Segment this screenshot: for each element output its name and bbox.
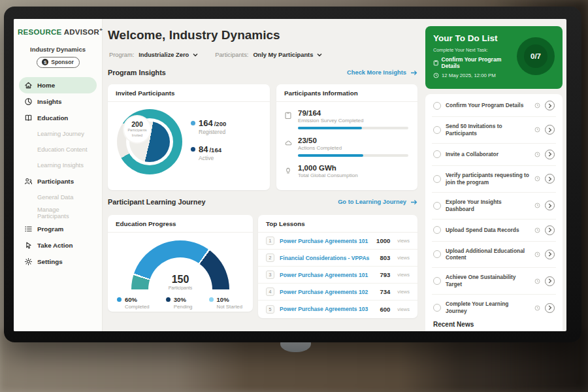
task-checkbox[interactable] bbox=[433, 277, 441, 285]
task-row-upload-spend-data[interactable]: Upload Spend Data Records bbox=[432, 220, 556, 242]
todo-subtitle: Complete Your Next Task: bbox=[433, 47, 517, 53]
task-row-upload-educational-content[interactable]: Upload Additional Educational Content bbox=[432, 242, 556, 269]
chevron-right-icon[interactable] bbox=[545, 303, 555, 313]
clock-icon bbox=[534, 252, 540, 257]
task-row-confirm-program-details[interactable]: Confirm Your Program Details bbox=[432, 95, 556, 117]
actions-progressbar bbox=[298, 154, 408, 157]
lesson-link[interactable]: Power Purchase Agreements 103 bbox=[280, 306, 374, 312]
lesson-row: 3 Power Purchase Agreements 101 793 view… bbox=[258, 267, 417, 284]
sidebar-item-manage-participants[interactable]: Manage Participants bbox=[19, 205, 97, 221]
lesson-link[interactable]: Power Purchase Agreements 101 bbox=[280, 272, 374, 278]
invited-participants-card: Invited Participants 200 Participants In… bbox=[108, 84, 270, 190]
check-more-insights-link[interactable]: Check More Insights bbox=[347, 69, 417, 76]
task-row-invite-collaborator[interactable]: Invite a Collaborator bbox=[432, 144, 556, 166]
task-checkbox[interactable] bbox=[433, 175, 441, 183]
todo-progress-count: 0/7 bbox=[531, 52, 541, 60]
task-checkbox[interactable] bbox=[433, 304, 441, 312]
recent-news-card: Recent News bbox=[425, 314, 563, 331]
task-checkbox[interactable] bbox=[433, 150, 441, 158]
sidebar-item-participants[interactable]: Participants bbox=[19, 173, 97, 189]
sidebar-item-settings[interactable]: Settings bbox=[19, 253, 97, 270]
list-icon bbox=[24, 225, 33, 233]
chevron-right-icon[interactable] bbox=[545, 150, 555, 159]
task-checkbox[interactable] bbox=[433, 202, 441, 210]
arrow-right-icon bbox=[410, 70, 417, 76]
sidebar-item-label: Learning Insights bbox=[37, 162, 84, 169]
app-logo: RESOURCE ADVISOR+ bbox=[18, 27, 98, 36]
invited-donut-chart: 200 Participants Invited bbox=[117, 109, 182, 174]
filter-bar: Program: Industrialize Zero Participants… bbox=[109, 52, 322, 58]
sidebar-item-label: Insights bbox=[37, 98, 62, 105]
sidebar-item-label: Home bbox=[37, 82, 55, 89]
cloud-icon bbox=[284, 137, 293, 157]
card-title: Top Lessons bbox=[258, 215, 417, 233]
photo-background: RESOURCE ADVISOR+ Industry Dynamics S Sp… bbox=[0, 0, 588, 392]
chevron-down-icon bbox=[193, 53, 198, 57]
todo-due-date: 12 May 2025, 12:00 PM bbox=[433, 73, 517, 78]
chevron-right-icon[interactable] bbox=[545, 276, 555, 286]
chevron-right-icon[interactable] bbox=[545, 250, 555, 259]
sidebar-item-education[interactable]: Education bbox=[19, 110, 97, 126]
sidebar-item-education-content[interactable]: Education Content bbox=[19, 142, 97, 157]
sponsor-badge-label: Sponsor bbox=[51, 59, 73, 65]
sidebar-item-label: Participants bbox=[37, 178, 74, 185]
lesson-row: 4 Power Purchase Agreements 102 734 view… bbox=[258, 284, 417, 301]
task-row-achieve-sustainability-target[interactable]: Achieve One Sustainability Target bbox=[432, 268, 556, 295]
lesson-link[interactable]: Power Purchase Agreements 101 bbox=[280, 238, 371, 244]
chevron-right-icon[interactable] bbox=[545, 225, 555, 235]
gauge-center: 150 Participants bbox=[131, 274, 229, 290]
chevron-right-icon[interactable] bbox=[545, 125, 555, 135]
sidebar-item-home[interactable]: Home bbox=[19, 77, 97, 93]
task-checkbox[interactable] bbox=[433, 226, 441, 234]
registered-dot bbox=[191, 121, 195, 125]
task-row-send-invitations[interactable]: Send 50 Invitations to Participants bbox=[432, 117, 556, 144]
participants-select[interactable]: Only My Participants bbox=[253, 52, 322, 58]
recent-news-title: Recent News bbox=[433, 321, 555, 331]
task-row-explore-insights[interactable]: Explore Your Insights Dashboard bbox=[432, 193, 556, 220]
sidebar-item-learning-journey[interactable]: Learning Journey bbox=[19, 126, 97, 142]
logo-plus: + bbox=[99, 27, 103, 33]
sidebar-nav: Home Insights Education bbox=[14, 77, 102, 270]
chevron-right-icon[interactable] bbox=[545, 174, 555, 184]
monitor-bezel: RESOURCE ADVISOR+ Industry Dynamics S Sp… bbox=[4, 7, 581, 342]
clock-icon bbox=[534, 227, 540, 233]
top-lessons-card: Top Lessons 1 Power Purchase Agreements … bbox=[258, 215, 417, 318]
task-checkbox[interactable] bbox=[433, 250, 441, 258]
clock-icon bbox=[534, 152, 540, 157]
chevron-right-icon[interactable] bbox=[545, 101, 555, 110]
lesson-link[interactable]: Financial Considerations - VPPAs bbox=[280, 255, 374, 261]
home-icon bbox=[24, 81, 33, 90]
sidebar-item-take-action[interactable]: Take Action bbox=[19, 237, 97, 253]
legend-pending: 30% Pending bbox=[166, 296, 193, 310]
take-action-icon bbox=[24, 241, 33, 250]
insights-icon bbox=[24, 97, 33, 106]
go-to-learning-journey-link[interactable]: Go to Learning Journey bbox=[338, 199, 417, 205]
clock-icon bbox=[534, 278, 540, 284]
card-title: Invited Participants bbox=[108, 84, 270, 102]
sidebar-item-label: Manage Participants bbox=[37, 206, 91, 220]
program-select[interactable]: Industrialize Zero bbox=[139, 52, 198, 58]
task-checkbox[interactable] bbox=[433, 102, 441, 110]
participants-select-value: Only My Participants bbox=[253, 52, 313, 58]
chevron-right-icon[interactable] bbox=[545, 201, 555, 210]
task-row-verify-participants[interactable]: Verify participants requesting to join t… bbox=[432, 166, 556, 193]
sidebar-item-learning-insights[interactable]: Learning Insights bbox=[19, 157, 97, 173]
invited-legend: 164 /200 Registered 84 /164 Active bbox=[191, 113, 226, 171]
info-row-actions: 23/50 Actions Completed bbox=[284, 137, 408, 157]
task-checkbox[interactable] bbox=[433, 126, 441, 134]
sidebar-item-insights[interactable]: Insights bbox=[19, 93, 97, 110]
sidebar-item-label: Learning Journey bbox=[37, 131, 84, 137]
card-title: Education Progress bbox=[108, 215, 253, 233]
lesson-rank: 5 bbox=[266, 305, 274, 314]
logo-advisor: ADVISOR bbox=[64, 28, 100, 36]
participants-filter-label: Participants: bbox=[215, 52, 248, 58]
sponsor-badge[interactable]: S Sponsor bbox=[37, 57, 80, 68]
participants-icon bbox=[24, 177, 33, 186]
legend-registered: 164 /200 Registered bbox=[191, 118, 226, 135]
todo-next-task[interactable]: Confirm Your Program Details bbox=[433, 56, 517, 69]
sidebar-item-label: General Data bbox=[37, 194, 73, 201]
lesson-row: 2 Financial Considerations - VPPAs 803 v… bbox=[258, 250, 417, 267]
sidebar-item-program[interactable]: Program bbox=[19, 221, 97, 237]
sidebar-item-general-data[interactable]: General Data bbox=[19, 189, 97, 205]
lesson-link[interactable]: Power Purchase Agreements 102 bbox=[280, 289, 374, 295]
